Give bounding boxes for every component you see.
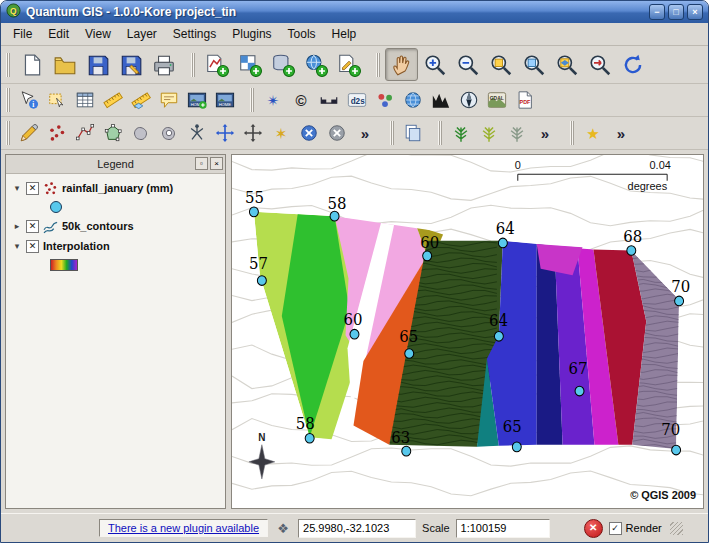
expand-arrow-icon[interactable]: ▾	[12, 183, 22, 193]
menu-tools[interactable]: Tools	[280, 25, 324, 43]
toolbar-handle[interactable]	[191, 53, 195, 77]
add-island-button[interactable]	[155, 119, 183, 147]
expand-arrow-icon[interactable]: ▾	[12, 241, 22, 251]
plugin-notification-icon[interactable]: ❖	[274, 519, 292, 537]
minimize-button[interactable]: −	[649, 4, 665, 20]
menu-layer[interactable]: Layer	[119, 25, 165, 43]
manage-plugins-button[interactable]: ★	[579, 119, 607, 147]
show-bookmarks-button[interactable]: HOME	[211, 86, 239, 114]
toolbar-handle[interactable]	[376, 53, 380, 77]
select-features-button[interactable]	[43, 86, 71, 114]
layer-name[interactable]: Interpolation	[43, 240, 110, 252]
coordinate-display[interactable]	[298, 519, 416, 538]
expand-arrow-icon[interactable]: ▸	[12, 221, 22, 231]
move-vertex-button[interactable]	[239, 119, 267, 147]
add-raster-layer-button[interactable]	[233, 48, 266, 81]
delete-selected-button[interactable]	[295, 119, 323, 147]
digitizing-overflow-chevron[interactable]: »	[351, 119, 379, 147]
capture-line-button[interactable]	[71, 119, 99, 147]
new-plugin-link[interactable]: There is a new plugin available	[108, 522, 259, 534]
identify-button[interactable]: i	[15, 86, 43, 114]
plugin-message-box[interactable]: There is a new plugin available	[99, 519, 268, 537]
simplify-feature-button[interactable]	[127, 119, 155, 147]
open-project-button[interactable]	[48, 48, 81, 81]
new-project-button[interactable]	[15, 48, 48, 81]
close-button[interactable]: ×	[687, 4, 703, 20]
print-composer-button[interactable]	[399, 119, 427, 147]
zoom-to-selection-button[interactable]	[517, 48, 550, 81]
add-postgis-layer-button[interactable]	[266, 48, 299, 81]
map-tips-button[interactable]	[155, 86, 183, 114]
new-vector-layer-button[interactable]	[332, 48, 365, 81]
measure-area-button[interactable]	[127, 86, 155, 114]
title-bar[interactable]: Q Quantum GIS - 1.0.0-Kore project_tin −…	[1, 1, 708, 23]
add-vertex-button[interactable]: ✶	[267, 119, 295, 147]
grass-open-mapset-button[interactable]	[447, 119, 475, 147]
layer-row-contours[interactable]: ▸ ✕ 50k_contours	[8, 216, 223, 236]
measure-line-button[interactable]	[99, 86, 127, 114]
pan-map-button[interactable]	[385, 48, 418, 81]
scale-bar-decoration-button[interactable]	[315, 86, 343, 114]
zoom-in-button[interactable]	[418, 48, 451, 81]
stop-rendering-button[interactable]: ✕	[584, 519, 603, 538]
layer-row-interpolation[interactable]: ▾ ✕ Interpolation	[8, 236, 223, 256]
layer-visibility-checkbox[interactable]: ✕	[26, 240, 39, 253]
toggle-editing-button[interactable]	[15, 119, 43, 147]
layer-visibility-checkbox[interactable]: ✕	[26, 182, 39, 195]
zoom-out-button[interactable]	[451, 48, 484, 81]
print-button[interactable]	[147, 48, 180, 81]
new-bookmark-button[interactable]: HOME	[183, 86, 211, 114]
toolbar-handle[interactable]	[570, 121, 574, 145]
copyright-decoration-button[interactable]: ©	[287, 86, 315, 114]
wms-globe-button[interactable]	[399, 86, 427, 114]
toolbar-handle[interactable]	[6, 53, 10, 77]
grass-tools-button[interactable]	[503, 119, 531, 147]
toolbar-handle[interactable]	[250, 88, 254, 112]
plugins-overflow-chevron[interactable]: »	[607, 119, 635, 147]
layer-visibility-checkbox[interactable]: ✕	[26, 220, 39, 233]
north-arrow-decoration-button[interactable]: ✴	[259, 86, 287, 114]
capture-polygon-button[interactable]	[99, 119, 127, 147]
menu-view[interactable]: View	[77, 25, 119, 43]
add-vector-layer-button[interactable]	[200, 48, 233, 81]
refresh-map-button[interactable]	[616, 48, 649, 81]
legend-header[interactable]: Legend ▫ ×	[6, 155, 225, 174]
move-feature-button[interactable]	[211, 119, 239, 147]
toolbar-handle[interactable]	[6, 121, 10, 145]
capture-point-button[interactable]	[43, 119, 71, 147]
zoom-last-button[interactable]	[583, 48, 616, 81]
layer-name[interactable]: rainfall_january (mm)	[62, 182, 173, 194]
maximize-button[interactable]: □	[668, 4, 684, 20]
legend-close-button[interactable]: ×	[210, 157, 223, 170]
scale-input[interactable]	[456, 519, 550, 538]
open-attribute-table-button[interactable]	[71, 86, 99, 114]
render-checkbox[interactable]: ✓	[609, 522, 622, 535]
dxf2shp-button[interactable]: d2s	[343, 86, 371, 114]
zoom-full-extent-button[interactable]	[484, 48, 517, 81]
gdal-tools-button[interactable]: GDAL	[483, 86, 511, 114]
save-project-button[interactable]	[81, 48, 114, 81]
layer-name[interactable]: 50k_contours	[62, 220, 134, 232]
legend-float-button[interactable]: ▫	[195, 157, 208, 170]
toolbar-handle[interactable]	[6, 88, 10, 112]
layer-row-rainfall[interactable]: ▾ ✕ rainfall_january (mm)	[8, 178, 223, 198]
menu-help[interactable]: Help	[324, 25, 365, 43]
menu-settings[interactable]: Settings	[165, 25, 224, 43]
add-wms-layer-button[interactable]	[299, 48, 332, 81]
map-canvas[interactable]: 00.04degreesN© QGIS 20095558606468705760…	[232, 155, 703, 508]
toolbar-handle[interactable]	[438, 121, 442, 145]
grass-overflow-chevron[interactable]: »	[531, 119, 559, 147]
cut-features-button[interactable]	[323, 119, 351, 147]
raster-histogram-button[interactable]	[427, 86, 455, 114]
menu-plugins[interactable]: Plugins	[224, 25, 279, 43]
gps-tools-button[interactable]	[371, 86, 399, 114]
resize-grip[interactable]	[670, 522, 683, 535]
save-project-as-button[interactable]	[114, 48, 147, 81]
add-ring-button[interactable]	[183, 119, 211, 147]
menu-edit[interactable]: Edit	[40, 25, 77, 43]
zoom-to-layer-button[interactable]	[550, 48, 583, 81]
toolbar-handle[interactable]	[390, 121, 394, 145]
menu-file[interactable]: File	[5, 25, 40, 43]
map-panel[interactable]: 00.04degreesN© QGIS 20095558606468705760…	[231, 154, 704, 509]
grass-new-mapset-button[interactable]	[475, 119, 503, 147]
